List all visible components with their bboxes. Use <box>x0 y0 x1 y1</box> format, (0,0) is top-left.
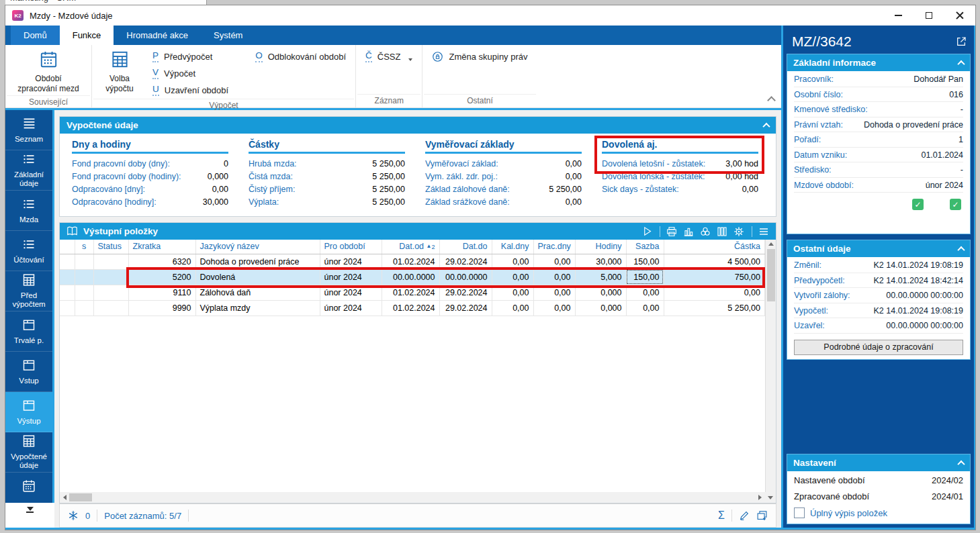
sidebar-collapse-chevron-icon[interactable] <box>26 507 34 528</box>
cell-sazba[interactable]: 0,00 <box>626 285 664 300</box>
cell-dat-od[interactable]: 01.02.2024 <box>382 285 439 300</box>
col-selector[interactable] <box>60 240 75 254</box>
sidebar-item-vypoctene-udaje[interactable]: Vypočtené údaje <box>5 432 52 473</box>
cell-kal-dny[interactable]: 0,00 <box>492 300 533 316</box>
odblokovani-obdobi-button[interactable]: OOdblokování období <box>251 48 350 65</box>
chart-icon[interactable] <box>683 226 694 237</box>
columns-icon[interactable] <box>717 226 727 237</box>
cell[interactable] <box>75 269 93 285</box>
cssz-button[interactable]: ČČSSZ <box>361 48 416 65</box>
ribbon-collapse-chevron-icon[interactable] <box>767 96 776 105</box>
predvypocet-button[interactable]: PPředvýpočet <box>148 48 232 65</box>
cell[interactable] <box>93 254 128 269</box>
collapse-chevron-icon[interactable] <box>957 60 965 67</box>
cell-nazev[interactable]: Výplata mzdy <box>195 300 320 316</box>
cell-dat-do[interactable]: 00.00.0000 <box>439 269 492 285</box>
cell-obdobi[interactable]: únor 2024 <box>320 269 382 285</box>
col-hodiny[interactable]: Hodiny <box>575 240 626 254</box>
col-status[interactable]: Status <box>93 240 128 254</box>
cell-zkratka[interactable]: 9110 <box>128 285 195 300</box>
cell-castka[interactable]: 750,00 <box>664 269 765 285</box>
cell-dat-od[interactable]: 01.02.2024 <box>382 300 439 316</box>
cell-hodiny[interactable]: 0,000 <box>575 300 626 316</box>
col-sazba[interactable]: Sazba <box>626 240 664 254</box>
sidebar-item-uctovani[interactable]: Účtování <box>5 231 52 271</box>
cell-obdobi[interactable]: únor 2024 <box>320 254 382 269</box>
cell-prac-dny[interactable]: 0,00 <box>533 269 575 285</box>
vertical-scrollbar[interactable] <box>765 240 776 492</box>
cell-zkratka[interactable]: 9990 <box>128 300 195 316</box>
cell-hodiny[interactable]: 0,000 <box>575 285 626 300</box>
cell-sazba[interactable]: 150,00 <box>626 254 664 269</box>
menu-icon[interactable] <box>758 226 769 237</box>
cell-hodiny[interactable]: 5,000 <box>575 269 626 285</box>
col-dat-do[interactable]: Dat.do <box>439 240 492 254</box>
uzavreni-obdobi-button[interactable]: UUzavření období <box>148 82 232 99</box>
cell-zkratka[interactable]: 5200 <box>128 269 195 285</box>
cell-dat-do[interactable]: 29.02.2024 <box>439 285 492 300</box>
processing-details-button[interactable]: Podrobné údaje o zpracování <box>794 340 963 355</box>
full-listing-checkbox[interactable] <box>794 507 805 518</box>
cell[interactable] <box>60 285 75 300</box>
maximize-button[interactable] <box>914 5 944 26</box>
print-icon[interactable] <box>666 226 677 237</box>
cell-nazev[interactable]: Dovolená <box>195 269 320 285</box>
collapse-chevron-icon[interactable] <box>957 246 965 253</box>
tab-system[interactable]: Systém <box>201 26 255 45</box>
cell-zkratka[interactable]: 6320 <box>128 254 195 269</box>
collapse-chevron-icon[interactable] <box>762 122 770 130</box>
cell[interactable] <box>93 269 128 285</box>
close-button[interactable] <box>944 5 975 26</box>
cell-nazev[interactable]: Dohoda o provedení práce <box>195 254 320 269</box>
snowflake-icon[interactable] <box>68 510 79 521</box>
cell-castka[interactable]: 0,00 <box>664 285 765 300</box>
cell-sazba[interactable]: 0,00 <box>626 300 664 316</box>
volba-vypoctu-button[interactable]: Volba výpočtu <box>97 48 142 95</box>
vypocet-button[interactable]: VVýpočet <box>148 65 232 82</box>
cell-dat-od[interactable]: 01.02.2024 <box>382 254 439 269</box>
cell-dat-do[interactable]: 29.02.2024 <box>439 300 492 316</box>
sidebar-item-partial[interactable] <box>5 473 52 503</box>
cell-obdobi[interactable]: únor 2024 <box>320 285 382 300</box>
table-row-selected[interactable]: 5200 Dovolená únor 2024 00.00.0000 00.00… <box>60 269 765 285</box>
col-castka[interactable]: Částka <box>664 240 765 254</box>
cell[interactable] <box>60 269 75 285</box>
col-prac-dny[interactable]: Prac.dny <box>533 240 575 254</box>
scroll-thumb[interactable] <box>767 249 775 301</box>
cell-castka[interactable]: 5 250,00 <box>664 300 765 316</box>
scroll-down-icon[interactable] <box>768 496 773 499</box>
sidebar-item-pred-vypoctem[interactable]: Před výpočtem <box>5 271 52 311</box>
cell-prac-dny[interactable]: 0,00 <box>533 285 575 300</box>
minimize-button[interactable] <box>883 5 914 26</box>
edit-pencil-icon[interactable] <box>739 510 750 521</box>
sidebar-item-mzda[interactable]: Mzda <box>5 191 52 231</box>
cell-hodiny[interactable]: 30,000 <box>575 254 626 269</box>
col-s[interactable]: s <box>75 240 93 254</box>
cell[interactable] <box>75 300 93 316</box>
cell[interactable] <box>93 285 128 300</box>
sidebar-item-vystup[interactable]: Výstup <box>5 392 52 432</box>
open-external-icon[interactable] <box>956 36 967 47</box>
cell-sazba-focused[interactable]: 150,00 <box>626 269 664 285</box>
tab-funkce[interactable]: Funkce <box>60 26 114 45</box>
cell-kal-dny[interactable]: 0,00 <box>492 285 533 300</box>
zmena-skupiny-prav-button[interactable]: Změna skupiny práv <box>428 48 531 65</box>
tab-hromadne-akce[interactable]: Hromadné akce <box>114 26 201 45</box>
cell[interactable] <box>60 300 75 316</box>
col-kal-dny[interactable]: Kal.dny <box>492 240 533 254</box>
scrollbar-corner[interactable] <box>765 492 776 503</box>
cell-nazev[interactable]: Zálohová daň <box>195 285 320 300</box>
col-zkratka[interactable]: Zkratka <box>128 240 195 254</box>
table-row[interactable]: 9990 Výplata mzdy únor 2024 01.02.2024 2… <box>60 300 765 316</box>
table-row[interactable]: 6320 Dohoda o provedení práce únor 2024 … <box>60 254 765 269</box>
cell[interactable] <box>60 254 75 269</box>
collapse-chevron-icon[interactable] <box>957 460 965 467</box>
cell-castka[interactable]: 4 500,00 <box>664 254 765 269</box>
settings-gear-icon[interactable] <box>733 226 744 237</box>
cell-dat-od[interactable]: 00.00.0000 <box>382 269 439 285</box>
obdobi-zpracovani-mezd-button[interactable]: Období zpracování mezd <box>11 48 86 95</box>
sum-icon[interactable]: Σ <box>718 510 725 522</box>
cell-prac-dny[interactable]: 0,00 <box>533 300 575 316</box>
col-dat-od[interactable]: Dat.od ▲2 <box>382 240 439 254</box>
cell-prac-dny[interactable]: 0,00 <box>533 254 575 269</box>
